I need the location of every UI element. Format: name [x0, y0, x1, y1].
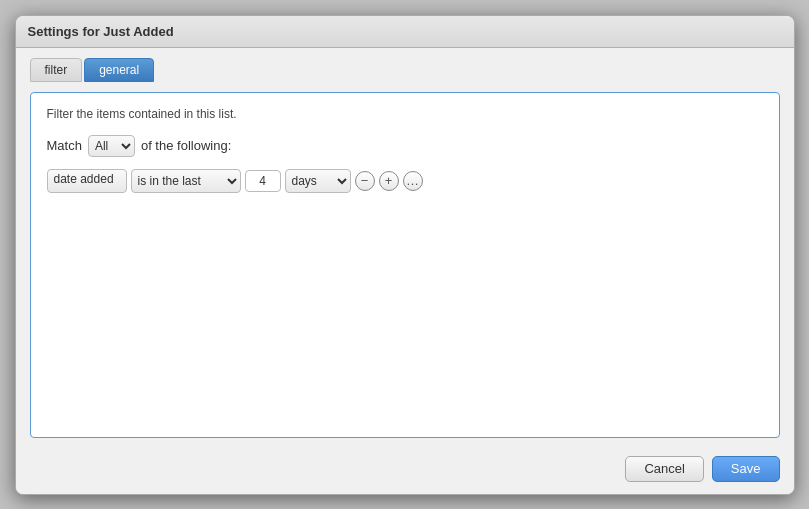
filter-panel: Filter the items contained in this list.…: [30, 92, 780, 438]
cancel-button[interactable]: Cancel: [625, 456, 703, 482]
tab-general[interactable]: general: [84, 58, 154, 82]
dialog-titlebar: Settings for Just Added: [16, 16, 794, 48]
filter-condition-select[interactable]: is in the last is not in the last: [131, 169, 241, 193]
more-options-button[interactable]: …: [403, 171, 423, 191]
tab-bar: filter general: [30, 58, 780, 82]
filter-value-input[interactable]: [245, 170, 281, 192]
panel-description: Filter the items contained in this list.: [47, 107, 763, 121]
remove-condition-button[interactable]: −: [355, 171, 375, 191]
dialog-footer: Cancel Save: [16, 448, 794, 494]
add-condition-button[interactable]: +: [379, 171, 399, 191]
dialog-title: Settings for Just Added: [28, 24, 174, 39]
filter-field-label: date added: [47, 169, 127, 193]
match-label: Match: [47, 138, 82, 153]
match-select[interactable]: All Any: [88, 135, 135, 157]
dialog-body: filter general Filter the items containe…: [16, 48, 794, 448]
filter-unit-select[interactable]: days weeks months: [285, 169, 351, 193]
tab-filter[interactable]: filter: [30, 58, 83, 82]
settings-dialog: Settings for Just Added filter general F…: [15, 15, 795, 495]
of-following-label: of the following:: [141, 138, 231, 153]
match-row: Match All Any of the following:: [47, 135, 763, 157]
filter-row: date added is in the last is not in the …: [47, 169, 763, 193]
save-button[interactable]: Save: [712, 456, 780, 482]
